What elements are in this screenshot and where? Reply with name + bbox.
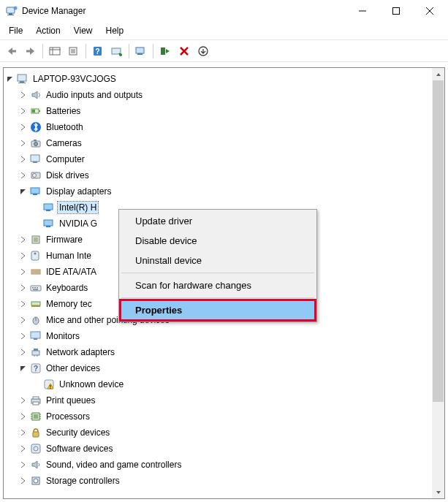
vertical-scrollbar[interactable]: [432, 68, 444, 498]
keyboard-icon: [29, 281, 42, 294]
chevron-right-icon[interactable]: [18, 138, 29, 148]
tree-item-cameras[interactable]: Cameras: [5, 135, 443, 151]
menu-view[interactable]: View: [68, 23, 99, 38]
tree-label: Keyboards: [45, 282, 89, 294]
chevron-right-icon[interactable]: [18, 251, 29, 261]
svg-rect-36: [34, 140, 37, 141]
tree-root[interactable]: LAPTOP-93VCJOGS: [5, 71, 443, 87]
tree-item-audio[interactable]: Audio inputs and outputs: [5, 87, 443, 103]
tree-item-monitors[interactable]: Monitors: [5, 328, 443, 344]
bluetooth-icon: [29, 121, 42, 134]
security-icon: [29, 426, 42, 439]
chevron-right-icon[interactable]: [18, 411, 29, 422]
close-button[interactable]: [413, 0, 447, 22]
tree-item-sound[interactable]: Sound, video and game controllers: [5, 457, 443, 473]
toolbar-separator: [153, 44, 153, 58]
tree-item-display-adapters[interactable]: Display adapters: [5, 183, 443, 199]
chevron-right-icon[interactable]: [18, 267, 29, 277]
scrollbar-thumb[interactable]: [433, 80, 444, 402]
menu-action[interactable]: Action: [30, 23, 66, 38]
tree-label: Cameras: [45, 137, 83, 149]
tree-item-storage[interactable]: Storage controllers: [5, 473, 443, 489]
tree-label: Human Inte: [45, 250, 93, 262]
tree-label: Audio inputs and outputs: [45, 89, 144, 101]
maximize-button[interactable]: [379, 0, 413, 22]
tree-item-other[interactable]: ? Other devices: [5, 360, 443, 376]
properties-toolbar-button[interactable]: [65, 42, 83, 60]
window-title: Device Manager: [22, 6, 346, 16]
disable-device-toolbar-button[interactable]: [194, 42, 212, 60]
svg-point-88: [34, 479, 38, 483]
forward-button[interactable]: [22, 42, 39, 60]
ctx-properties-label: Properties: [135, 305, 182, 316]
chevron-down-icon[interactable]: [18, 186, 29, 197]
ctx-properties[interactable]: Properties: [121, 300, 315, 320]
enable-device-toolbar-button[interactable]: [156, 42, 174, 60]
update-driver-toolbar-button[interactable]: [108, 42, 126, 60]
ctx-update-driver[interactable]: Update driver: [121, 211, 315, 231]
chevron-right-icon[interactable]: [18, 106, 29, 116]
tree-label: Batteries: [45, 105, 82, 117]
svg-rect-29: [18, 83, 26, 83]
chevron-right-icon[interactable]: [18, 235, 29, 245]
tree-item-network[interactable]: Network adapters: [5, 344, 443, 360]
chevron-right-icon[interactable]: [18, 395, 29, 406]
tree-item-unknown[interactable]: ! Unknown device: [5, 376, 443, 392]
chevron-right-icon[interactable]: [18, 460, 29, 470]
svg-rect-44: [46, 210, 50, 211]
window-controls: [346, 0, 447, 22]
tree-label: Security devices: [45, 427, 111, 438]
tree-item-print-queues[interactable]: Print queues: [5, 392, 443, 408]
tree-item-batteries[interactable]: Batteries: [5, 103, 443, 119]
svg-rect-32: [32, 110, 35, 113]
svg-text:!: !: [50, 384, 51, 389]
menu-file[interactable]: File: [3, 23, 29, 38]
chevron-down-icon[interactable]: [18, 363, 29, 373]
ctx-uninstall-device[interactable]: Uninstall device: [121, 251, 315, 270]
chevron-right-icon[interactable]: [18, 90, 29, 100]
svg-rect-5: [393, 8, 400, 15]
chevron-right-icon[interactable]: [18, 347, 29, 357]
chevron-none: [31, 202, 42, 213]
show-hide-tree-button[interactable]: [46, 42, 64, 60]
svg-line-7: [426, 7, 433, 15]
chip-icon: [29, 233, 42, 246]
tree-item-processors[interactable]: Processors: [5, 408, 443, 425]
ctx-scan-hardware[interactable]: Scan for hardware changes: [121, 275, 315, 295]
scroll-up-button[interactable]: [432, 68, 444, 80]
chevron-right-icon[interactable]: [18, 283, 29, 293]
chevron-right-icon[interactable]: [18, 331, 29, 341]
tree-item-bluetooth[interactable]: Bluetooth: [5, 119, 443, 135]
tree-item-software-devices[interactable]: Software devices: [5, 441, 443, 457]
chevron-right-icon[interactable]: [18, 427, 29, 438]
help-toolbar-button[interactable]: ?: [89, 42, 107, 60]
svg-rect-38: [33, 161, 37, 163]
chevron-right-icon[interactable]: [18, 122, 29, 132]
minimize-button[interactable]: [346, 0, 379, 22]
menu-help[interactable]: Help: [100, 23, 130, 38]
chevron-right-icon[interactable]: [18, 299, 29, 309]
svg-rect-45: [44, 220, 53, 226]
scrollbar-track[interactable]: [432, 80, 444, 486]
tree-label: LAPTOP-93VCJOGS: [31, 73, 118, 85]
hid-icon: [29, 249, 42, 262]
scan-hardware-toolbar-button[interactable]: [132, 42, 150, 60]
chevron-right-icon[interactable]: [18, 154, 29, 164]
tree-item-security[interactable]: Security devices: [5, 425, 443, 441]
svg-rect-8: [12, 50, 16, 52]
ctx-disable-device[interactable]: Disable device: [121, 231, 315, 251]
back-button[interactable]: [3, 42, 20, 60]
tree-item-computer[interactable]: Computer: [5, 151, 443, 167]
chevron-right-icon[interactable]: [18, 476, 29, 486]
chevron-down-icon[interactable]: [5, 74, 15, 84]
tree-item-disk-drives[interactable]: Disk drives: [5, 167, 443, 183]
tree-label: Sound, video and game controllers: [45, 459, 183, 471]
scroll-down-button[interactable]: [432, 486, 444, 498]
tree-label: Print queues: [45, 395, 96, 406]
chevron-right-icon[interactable]: [18, 170, 29, 180]
svg-rect-85: [31, 444, 40, 453]
svg-rect-55: [32, 287, 34, 289]
uninstall-device-toolbar-button[interactable]: [175, 42, 193, 60]
chevron-right-icon[interactable]: [18, 444, 29, 454]
chevron-right-icon[interactable]: [18, 315, 29, 325]
